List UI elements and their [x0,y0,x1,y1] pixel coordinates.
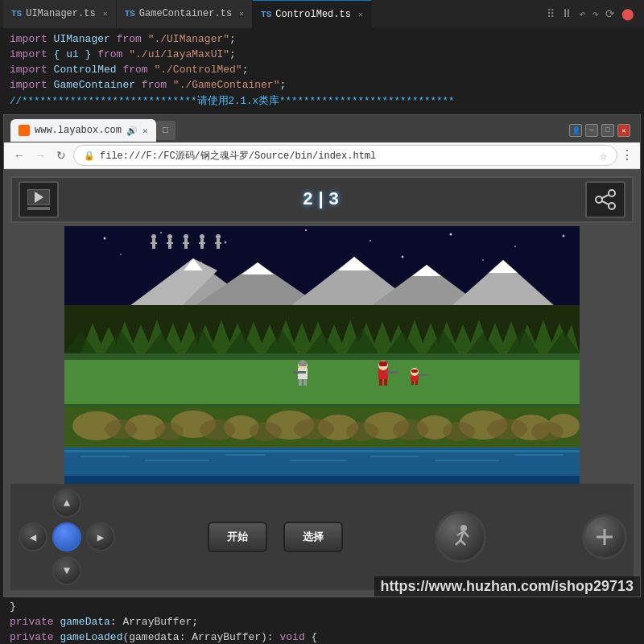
tab-uimanager-close[interactable]: ✕ [103,9,108,19]
stop-icon[interactable]: ⬤ [621,7,634,21]
svg-rect-112 [303,379,307,386]
svg-point-137 [105,419,137,439]
tab-bar: TS UIManager.ts ✕ TS GameContainer.ts ✕ … [0,0,644,28]
svg-rect-42 [216,234,221,239]
dpad-right-button[interactable]: ▶ [86,522,115,551]
share-svg [594,188,617,211]
svg-rect-41 [202,246,204,249]
pause-icon[interactable]: ⏸ [561,7,572,21]
tab-gamecontainer[interactable]: TS GameContainer.ts ✕ [117,0,253,28]
svg-rect-152 [290,460,346,461]
svg-rect-18 [151,234,156,239]
refresh-icon[interactable]: ⟳ [605,7,615,21]
game-buttons-center: 开始 选择 [208,522,343,552]
tab-gamecontainer-close[interactable]: ✕ [239,9,244,19]
plus-button[interactable] [582,514,627,559]
svg-rect-45 [219,242,221,244]
code-editor-bottom: } private gameData: ArrayBuffer; private… [0,597,644,644]
browser-window: www.layabox.com 🔊 ✕ □ 👤 — □ ✕ ← → ↻ 🔒 fi… [3,114,641,597]
svg-rect-29 [170,246,171,249]
svg-point-11 [450,233,452,236]
svg-rect-33 [187,242,189,244]
nav-back-button[interactable]: ← [10,147,28,164]
svg-point-6 [104,237,106,240]
code-line-b1: } [0,599,644,614]
svg-rect-26 [167,242,169,244]
nav-refresh-button[interactable]: ↻ [52,147,70,164]
svg-point-142 [346,422,378,441]
svg-point-144 [443,422,475,441]
svg-line-160 [460,540,465,545]
tab-uimanager[interactable]: TS UIManager.ts ✕ [3,0,117,28]
left-arrow-icon: ◀ [30,530,36,544]
svg-rect-121 [411,369,418,373]
svg-rect-39 [203,242,205,244]
browser-menu-icon[interactable]: ⋮ [621,147,634,163]
svg-point-9 [305,229,307,231]
svg-rect-111 [299,379,302,386]
browser-tab-close[interactable]: ✕ [142,126,148,136]
svg-rect-30 [184,234,188,239]
bookmark-icon[interactable]: ☆ [601,149,607,163]
action-button[interactable] [435,511,486,563]
svg-point-140 [250,422,282,441]
arrow1-icon[interactable]: ↶ [579,7,585,21]
win-btn-restore[interactable]: □ [601,124,614,137]
svg-rect-124 [415,381,418,385]
win-btn-minimize[interactable]: — [585,124,598,137]
hud-share-icon[interactable] [585,181,625,218]
tab-controlmed[interactable]: TS ControlMed.ts ✕ [253,0,372,28]
svg-line-162 [464,531,469,537]
svg-point-8 [225,242,227,244]
hud-score: 2|3 [303,190,342,210]
svg-rect-46 [217,246,218,249]
dpad-center [52,522,81,551]
svg-point-1 [596,196,602,203]
ts-icon: TS [11,9,22,19]
ts-icon3: TS [261,10,271,19]
code-line-2: import { ui } from "./ui/layaMaxUI"; [0,47,644,62]
svg-rect-156 [64,476,580,484]
win-btn-profile[interactable]: 👤 [569,124,582,137]
game-hud-bar: 2|3 [10,176,634,223]
svg-line-159 [456,540,460,545]
svg-point-143 [393,419,428,440]
address-bar[interactable]: 🔒 file:///F:/FC源码/钢之魂斗罗/Source/bin/index… [73,145,617,166]
dpad-left-button[interactable]: ◀ [19,522,47,551]
start-button[interactable]: 开始 [208,522,267,552]
hud-video-icon [19,181,59,218]
svg-rect-148 [64,450,580,452]
svg-line-4 [602,201,609,204]
svg-rect-123 [411,381,414,385]
svg-rect-36 [200,234,204,239]
win-btn-close[interactable]: ✕ [617,124,630,137]
new-tab-button[interactable]: □ [156,121,175,140]
svg-line-3 [602,195,609,198]
dpad-up-button[interactable]: ▲ [52,489,81,518]
nav-forward-button[interactable]: → [31,147,49,164]
svg-rect-28 [168,246,170,249]
svg-rect-24 [167,234,172,239]
url-text: file:///F:/FC源码/钢之魂斗罗/Source/bin/index.h… [100,149,376,163]
dpad-down-button[interactable]: ▼ [52,556,81,585]
svg-point-2 [609,203,615,209]
svg-rect-38 [199,242,201,244]
arrow2-icon[interactable]: ↷ [592,7,599,21]
code-line-1: import UIManager from "./UIManager"; [0,31,644,47]
browser-tab[interactable]: www.layabox.com 🔊 ✕ [10,119,156,142]
svg-point-7 [160,232,162,233]
svg-rect-115 [379,361,387,366]
split-icon[interactable]: ⠿ [547,7,555,21]
browser-tab-favicon [19,125,30,136]
browser-mute-icon[interactable]: 🔊 [126,126,138,136]
up-arrow-icon: ▲ [64,497,70,510]
tab-controlmed-close[interactable]: ✕ [358,10,363,19]
ts-icon2: TS [125,9,135,19]
svg-point-138 [155,423,184,440]
svg-rect-22 [152,246,154,249]
svg-rect-20 [151,242,153,244]
svg-point-10 [369,240,371,242]
svg-point-14 [120,254,122,255]
svg-rect-21 [155,242,157,244]
select-button[interactable]: 选择 [283,522,343,552]
